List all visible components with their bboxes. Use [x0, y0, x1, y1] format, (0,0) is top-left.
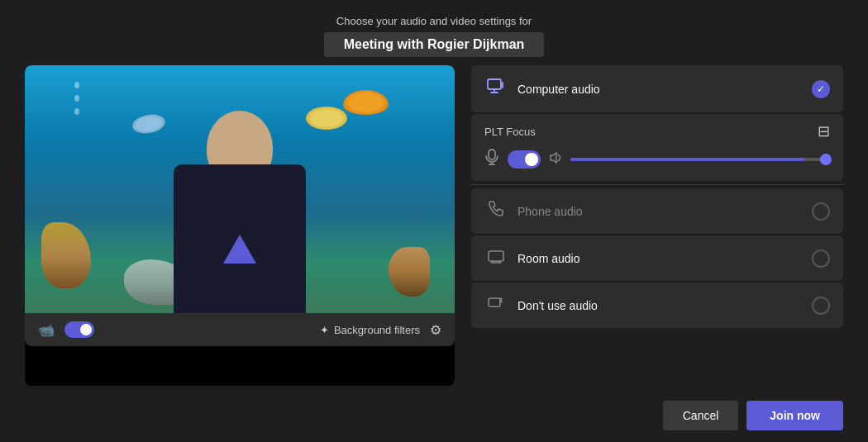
computer-audio-option[interactable]: Computer audio ✓: [471, 65, 843, 112]
phone-audio-radio[interactable]: [812, 202, 830, 221]
no-audio-radio[interactable]: [812, 297, 830, 315]
sliders-icon[interactable]: ⊟: [818, 122, 830, 140]
room-audio-label: Room audio: [517, 252, 802, 265]
computer-audio-check: ✓: [812, 80, 830, 98]
svg-rect-4: [489, 251, 503, 261]
main-content: 📹 ✦ Background filters ⚙ Computer audio: [0, 65, 868, 394]
plt-header: PLT Focus ⊟: [484, 122, 830, 140]
person-avatar: [157, 123, 322, 313]
no-audio-label: Don't use audio: [517, 299, 802, 312]
plt-toggle[interactable]: [508, 150, 541, 169]
filters-icon: ✦: [320, 324, 329, 336]
settings-icon[interactable]: ⚙: [430, 322, 441, 338]
no-audio-option[interactable]: Don't use audio: [471, 283, 843, 328]
volume-knob: [820, 154, 832, 165]
no-audio-icon: [484, 294, 508, 316]
background-filters-button[interactable]: ✦ Background filters: [320, 324, 420, 336]
camera-toggle[interactable]: [64, 321, 94, 338]
cancel-button[interactable]: Cancel: [663, 401, 739, 430]
volume-slider[interactable]: [570, 158, 830, 161]
phone-audio-option[interactable]: Phone audio: [471, 188, 843, 234]
video-controls: 📹 ✦ Background filters ⚙: [25, 313, 455, 346]
svg-rect-0: [488, 79, 501, 89]
speaker-icon: [549, 151, 562, 167]
room-audio-radio[interactable]: [812, 250, 830, 268]
header-title: Meeting with Rogier Dijkman: [344, 37, 525, 51]
coral-2: [389, 247, 430, 297]
phone-audio-icon: [484, 200, 508, 222]
computer-audio-icon: [484, 77, 508, 101]
room-audio-option[interactable]: Room audio: [471, 235, 843, 281]
bubbles: [74, 82, 79, 115]
plt-focus-section: PLT Focus ⊟: [471, 114, 843, 181]
join-now-button[interactable]: Join now: [746, 401, 843, 430]
video-preview: [25, 65, 455, 313]
plt-label: PLT Focus: [484, 126, 536, 138]
video-panel: 📹 ✦ Background filters ⚙: [25, 65, 455, 386]
volume-fill: [570, 158, 804, 161]
logo-triangle: [223, 235, 256, 264]
svg-rect-5: [489, 298, 500, 307]
header: Choose your audio and video settings for…: [324, 0, 545, 65]
audio-panel: Computer audio ✓ PLT Focus ⊟: [471, 65, 843, 386]
background-filters-label: Background filters: [334, 324, 420, 336]
footer: Cancel Join now: [0, 394, 868, 442]
fish-1: [343, 90, 389, 115]
svg-rect-1: [489, 150, 495, 159]
room-audio-icon: [484, 247, 508, 269]
phone-audio-label: Phone audio: [517, 205, 802, 218]
camera-icon: 📹: [38, 322, 55, 338]
computer-audio-label: Computer audio: [517, 83, 802, 96]
header-title-box: Meeting with Rogier Dijkman: [324, 32, 545, 57]
header-subtitle: Choose your audio and video settings for: [324, 15, 545, 27]
person-body: [174, 164, 306, 313]
plt-controls: [484, 149, 830, 169]
microphone-icon[interactable]: [484, 149, 499, 169]
